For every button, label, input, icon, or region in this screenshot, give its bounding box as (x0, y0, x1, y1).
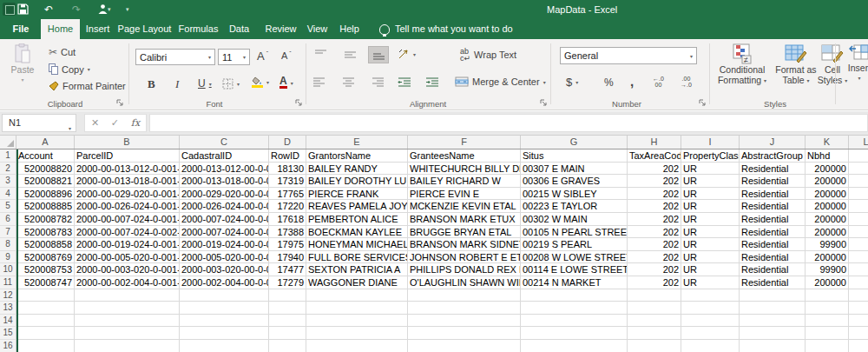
cell-I7[interactable]: UR (681, 226, 740, 239)
font-color-button[interactable]: A ▾ (279, 76, 293, 89)
cell-C1[interactable]: CadastralID (180, 149, 269, 163)
cell-G10[interactable]: 00114 E LOWE STREET (521, 263, 628, 276)
middle-align-button[interactable] (344, 50, 357, 59)
column-header-G[interactable]: G (521, 136, 628, 149)
decrease-indent-button[interactable] (398, 77, 411, 87)
tab-home[interactable]: Home (41, 19, 80, 39)
cell-H13[interactable] (628, 302, 681, 315)
row-header-2[interactable]: 2 (0, 163, 16, 176)
tab-view[interactable]: View (302, 19, 332, 39)
cell-A4[interactable]: 520008896 (16, 188, 75, 201)
cell-C2[interactable]: 2000-013-012-00-0-001-00 (180, 163, 269, 176)
cell-L14[interactable] (849, 315, 868, 328)
row-header-11[interactable]: 11 (0, 276, 16, 289)
cell-H15[interactable] (628, 327, 681, 340)
cell-H9[interactable]: 202 (628, 251, 681, 264)
cell-A12[interactable] (16, 289, 75, 302)
cell-D1[interactable]: RowID (269, 149, 306, 163)
cell-H16[interactable] (628, 340, 681, 352)
cell-L8[interactable] (849, 238, 868, 251)
cell-B8[interactable]: 2000-00-019-024-0-001-00 (75, 238, 180, 251)
cell-A5[interactable]: 520008885 (16, 200, 75, 213)
cell-I12[interactable] (681, 289, 740, 302)
cell-G6[interactable]: 00302 W MAIN (521, 213, 628, 226)
cell-K2[interactable]: 200000 (806, 163, 849, 176)
cell-A10[interactable]: 520008753 (16, 263, 75, 276)
cell-B16[interactable] (75, 340, 180, 352)
cell-H1[interactable]: TaxAreaCode (628, 149, 681, 163)
row-header-10[interactable]: 10 (0, 263, 16, 276)
cell-J11[interactable]: Residential (740, 276, 806, 289)
cell-H4[interactable]: 202 (628, 188, 681, 201)
tab-formulas[interactable]: Formulas (175, 19, 221, 39)
cell-J14[interactable] (740, 315, 806, 328)
cell-F2[interactable]: WHITECHURCH BILLY DEAN (408, 163, 521, 176)
cell-L7[interactable] (849, 226, 868, 239)
font-size-combo[interactable]: 11 ▾ (218, 49, 250, 65)
tab-file[interactable]: File (5, 19, 36, 39)
cell-G9[interactable]: 00208 W LOWE STREET (521, 251, 628, 264)
cell-F14[interactable] (408, 315, 521, 328)
cell-I15[interactable] (681, 327, 740, 340)
tab-data[interactable]: Data (223, 19, 255, 39)
cell-D15[interactable] (269, 327, 306, 340)
cell-C10[interactable]: 2000-003-020-00-0-001-00 (180, 263, 269, 276)
cell-I1[interactable]: PropertyClass (681, 149, 740, 163)
cell-L2[interactable] (849, 163, 868, 176)
cell-A14[interactable] (16, 315, 75, 328)
cell-J15[interactable] (740, 327, 806, 340)
tab-help[interactable]: Help (334, 19, 365, 39)
cell-F15[interactable] (408, 327, 521, 340)
decrease-decimal-button[interactable]: .00→.0 (681, 76, 692, 88)
cell-D14[interactable] (269, 315, 306, 328)
increase-indent-button[interactable] (425, 77, 439, 87)
format-painter-button[interactable]: Format Painter (49, 81, 126, 91)
copy-button[interactable]: Copy ▾ (49, 63, 90, 75)
tab-insert[interactable]: Insert (82, 19, 114, 39)
cell-I11[interactable]: UR (681, 276, 740, 289)
comma-style-button[interactable]: , (630, 74, 634, 89)
cell-E2[interactable]: BAILEY RANDY (306, 163, 408, 176)
cell-A16[interactable] (16, 340, 75, 352)
row-header-12[interactable]: 12 (0, 289, 16, 302)
cell-K11[interactable]: 200000 (806, 276, 849, 289)
cell-E4[interactable]: PIERCE FRANK (306, 188, 408, 201)
cell-J4[interactable]: Residential (740, 188, 806, 201)
cell-I9[interactable]: UR (681, 251, 740, 264)
cell-K4[interactable]: 200000 (806, 188, 849, 201)
cell-C11[interactable]: 2000-002-004-00-0-001-00 (180, 276, 269, 289)
cell-E8[interactable]: HONEYMAN MICHAEL CORY (306, 238, 408, 251)
row-header-7[interactable]: 7 (0, 226, 16, 239)
cell-L10[interactable] (849, 263, 868, 276)
font-dialog-launcher[interactable] (295, 99, 304, 108)
cell-B15[interactable] (75, 327, 180, 340)
cell-B7[interactable]: 2000-00-007-024-0-002-00 (75, 226, 180, 239)
cell-A11[interactable]: 520008747 (16, 276, 75, 289)
qat-customize-icon[interactable]: ▾ (126, 0, 129, 19)
cell-C8[interactable]: 2000-019-024-00-0-001-00 (180, 238, 269, 251)
cell-B6[interactable]: 2000-00-007-024-0-001-00 (75, 213, 180, 226)
cell-L15[interactable] (849, 327, 868, 340)
cell-E5[interactable]: REAVES PAMELA JOY (306, 200, 408, 213)
cell-J8[interactable]: Residential (740, 238, 806, 251)
cell-G15[interactable] (521, 327, 628, 340)
row-header-13[interactable]: 13 (0, 302, 16, 315)
cell-K10[interactable]: 99900 (806, 263, 849, 276)
cell-D2[interactable]: 18130 (269, 163, 306, 176)
cell-G5[interactable]: 00223 E TAYLOR (521, 200, 628, 213)
align-left-button[interactable] (312, 77, 326, 87)
cell-D11[interactable]: 17279 (269, 276, 306, 289)
column-header-C[interactable]: C (180, 136, 269, 149)
cell-L16[interactable] (849, 340, 868, 352)
cell-E12[interactable] (306, 289, 408, 302)
cell-I5[interactable]: UR (681, 200, 740, 213)
cell-G7[interactable]: 00105 N PEARL STREET (521, 226, 628, 239)
cell-A13[interactable] (16, 302, 75, 315)
cancel-icon[interactable]: ✕ (91, 117, 99, 129)
cell-K1[interactable]: Nbhd (806, 149, 849, 163)
column-header-H[interactable]: H (628, 136, 681, 149)
cell-J10[interactable]: Residential (740, 263, 806, 276)
cell-J6[interactable]: Residential (740, 213, 806, 226)
cell-C16[interactable] (180, 340, 269, 352)
cell-F1[interactable]: GranteesName (408, 149, 521, 163)
